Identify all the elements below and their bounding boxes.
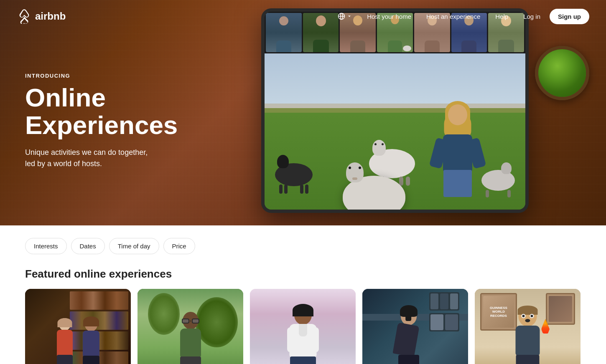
matcha-bowl [535, 46, 589, 100]
login-nav-item[interactable]: Log in [517, 9, 546, 24]
interests-filter-pill[interactable]: Interests [25, 238, 67, 254]
dates-filter-pill[interactable]: Dates [71, 238, 105, 254]
help-nav-item[interactable]: Help [489, 9, 514, 24]
logo[interactable]: airbnb [17, 9, 66, 24]
globe-icon [338, 13, 345, 20]
card-image-1: ONLINE [25, 289, 131, 364]
language-selector[interactable] [332, 8, 358, 24]
host-home-nav-item[interactable]: Host your home [361, 9, 417, 24]
matcha-surface [538, 49, 586, 97]
signup-button[interactable]: Sign up [550, 9, 589, 24]
sheep-back-left [275, 163, 313, 186]
tablet-frame [261, 8, 529, 213]
card-image-4: ONLINE [362, 289, 468, 364]
airbnb-logo-icon [17, 9, 32, 24]
featured-section-title: Featured online experiences [25, 268, 581, 281]
scene-host-person [437, 101, 479, 197]
experience-card-5[interactable]: ONLINE GUINNESSWORLDRECORDS [475, 289, 581, 364]
site-header: airbnb Host your home Host an experience… [0, 0, 606, 33]
main-video-area [265, 53, 525, 210]
hero-title: Online Experiences [25, 84, 192, 138]
card-image-3: ONLINE [250, 289, 356, 364]
experience-cards-row: ONLINE [25, 289, 581, 364]
experience-card-2[interactable]: ONLINE [137, 289, 243, 364]
card-image-2: ONLINE [137, 289, 243, 364]
experience-card-3[interactable]: ONLINE [250, 289, 356, 364]
card-image-5: ONLINE GUINNESSWORLDRECORDS [475, 289, 581, 364]
filter-pills-row: Interests Dates Time of day Price [25, 238, 581, 254]
chevron-down-icon [347, 14, 352, 19]
tea-cup-decoration [535, 46, 589, 100]
hero-subtitle: Unique activities we can do together, le… [25, 147, 159, 169]
sheep-foreground [343, 176, 405, 210]
time-of-day-filter-pill[interactable]: Time of day [109, 238, 159, 254]
price-filter-pill[interactable]: Price [163, 238, 195, 254]
tablet-device [209, 33, 581, 209]
host-experience-nav-item[interactable]: Host an experience [420, 9, 486, 24]
below-hero-section: Interests Dates Time of day Price Featur… [0, 225, 606, 364]
experience-card-1[interactable]: ONLINE [25, 289, 131, 364]
logo-text: airbnb [35, 10, 66, 22]
hero-section: airbnb Host your home Host an experience… [0, 0, 606, 225]
hero-text-block: INTRODUCING Online Experiences Unique ac… [25, 73, 192, 169]
tablet-screen [265, 12, 525, 210]
sheep-center [369, 149, 415, 178]
hero-content: INTRODUCING Online Experiences Unique ac… [0, 0, 606, 225]
hero-introducing-label: INTRODUCING [25, 73, 192, 79]
main-nav: Host your home Host an experience Help L… [332, 8, 589, 24]
experience-card-4[interactable]: ONLINE [362, 289, 468, 364]
video-scene [265, 53, 525, 210]
sheep-right [481, 170, 515, 191]
